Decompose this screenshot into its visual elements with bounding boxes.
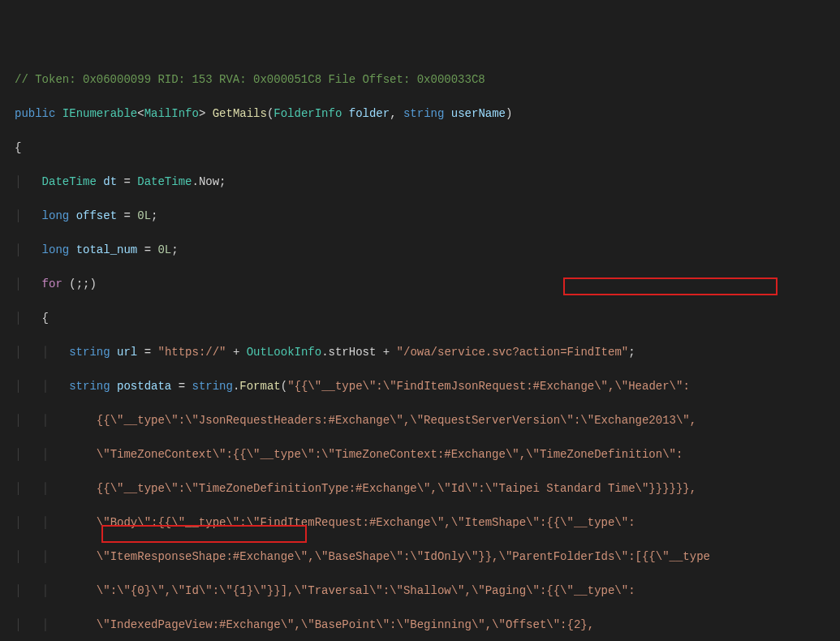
decl-postdata: │ │ string postdata = string.Format("{{\…: [15, 378, 840, 395]
code-editor: // Token: 0x06000099 RID: 153 RVA: 0x000…: [15, 54, 840, 641]
for-loop: │ for (;;): [15, 276, 840, 293]
decl-dt: │ DateTime dt = DateTime.Now;: [15, 174, 840, 191]
postdata-cont: │ │ \"TimeZoneContext\":{{\"__type\":\"T…: [15, 446, 840, 463]
comment-line: // Token: 0x06000099 RID: 153 RVA: 0x000…: [15, 71, 840, 88]
decl-url: │ │ string url = "https://" + OutLookInf…: [15, 344, 840, 361]
decl-offset: │ long offset = 0L;: [15, 208, 840, 225]
postdata-cont: │ │ \"ItemResponseShape:#Exchange\",\"Ba…: [15, 549, 840, 566]
postdata-cont: │ │ \"IndexedPageView:#Exchange\",\"Base…: [15, 617, 840, 634]
postdata-cont: │ │ \"Body\":{{\"__type\":\"FindItemRequ…: [15, 514, 840, 531]
method-signature: public IEnumerable<MailInfo> GetMails(Fo…: [15, 105, 840, 123]
postdata-cont: │ │ {{\"__type\":\"JsonRequestHeaders:#E…: [15, 412, 840, 429]
open-brace: {: [15, 140, 840, 157]
decl-totalnum: │ long total_num = 0L;: [15, 242, 840, 259]
postdata-cont: │ │ \":\"{0}\",\"Id\":\"{1}\"}}],\"Trave…: [15, 583, 840, 600]
postdata-cont-highlighted: │ │ {{\"__type\":\"TimeZoneDefinitionTyp…: [15, 480, 840, 497]
for-open-brace: │ {: [15, 310, 840, 327]
